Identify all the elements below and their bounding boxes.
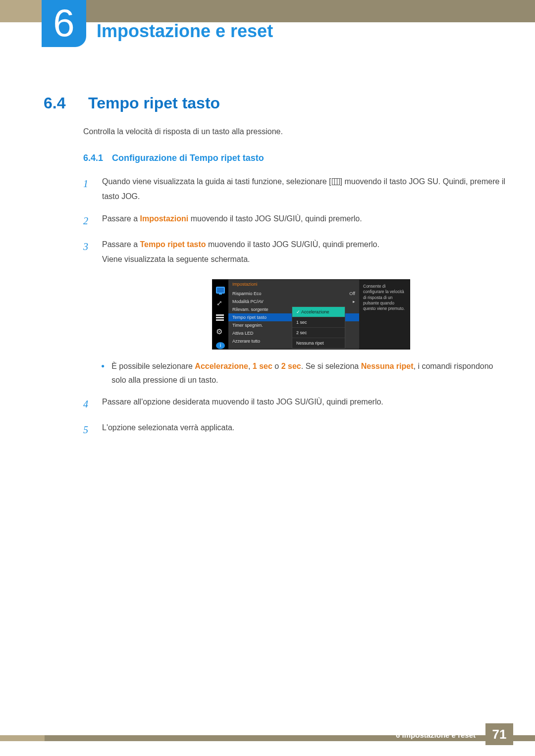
subsection-title: Configurazione di Tempo ripet tasto: [112, 153, 264, 163]
osd-item-label: Azzerare tutto: [232, 339, 260, 344]
step-text: Viene visualizzata la seguente schermata…: [102, 252, 505, 267]
osd-main-column: Impostazioni Risparmio EcoOff Modalità P…: [228, 280, 359, 349]
step-text: muovendo il tasto JOG SU/GIÙ, quindi pre…: [206, 240, 379, 249]
list-icon: [216, 314, 225, 321]
text: ,: [248, 362, 253, 370]
step-text: muovendo il tasto JOG SU/GIÙ, quindi pre…: [188, 214, 362, 223]
chapter-number-tab: 6: [42, 0, 86, 47]
highlight-term: Tempo ripet tasto: [140, 240, 206, 249]
osd-item-label: Attiva LED: [232, 331, 254, 336]
highlight-term: Accelerazione: [195, 362, 248, 370]
step-text: Passare a: [102, 214, 140, 223]
step-text: Passare a: [102, 240, 140, 249]
text: o: [272, 362, 281, 370]
highlight-term: 2 sec: [281, 362, 301, 370]
osd-screenshot: Impostazioni Risparmio EcoOff Modalità P…: [212, 279, 505, 350]
bullet-text: È possibile selezionare Accelerazione, 1…: [111, 359, 505, 388]
step-body: Passare a Tempo ripet tasto muovendo il …: [102, 237, 505, 267]
monitor-icon: [216, 287, 225, 294]
step-text: Quando viene visualizzata la guida ai ta…: [102, 177, 331, 186]
step-number: 5: [83, 420, 93, 439]
osd-submenu-item: Nessuna ripet: [292, 338, 345, 348]
highlight-term: Impostazioni: [140, 214, 188, 223]
osd-submenu-item-selected: Accelerazione: [292, 307, 345, 317]
header-bar-accent: [0, 0, 45, 22]
steps-list: 1 Quando viene visualizzata la guida ai …: [83, 174, 505, 439]
step-number: 4: [83, 395, 93, 413]
bullet-icon: ●: [101, 359, 105, 388]
osd-submenu-item: 2 sec: [292, 327, 345, 338]
text: . Se si seleziona: [301, 362, 361, 370]
section-intro: Controlla la velocità di risposta di un …: [83, 127, 505, 136]
section-heading: 6.4 Tempo ripet tasto: [44, 94, 505, 112]
gear-icon: [216, 328, 225, 335]
step-body: Passare a Impostazioni muovendo il tasto…: [102, 211, 505, 230]
highlight-term: Nessuna ripet: [361, 362, 414, 370]
page-footer: 6 Impostazione e reset 71: [0, 734, 535, 756]
chapter-title: Impostazione e reset: [97, 21, 273, 42]
step-body: L'opzione selezionata verrà applicata.: [102, 420, 505, 439]
subsection-heading: 6.4.1 Configurazione di Tempo ripet tast…: [83, 153, 505, 163]
highlight-term: 1 sec: [253, 362, 272, 370]
text: È possibile selezionare: [111, 362, 195, 370]
footer-chapter-label: 6 Impostazione e reset: [396, 731, 476, 739]
osd-item: Risparmio EcoOff: [228, 290, 359, 298]
arrows-icon: [216, 301, 225, 307]
footer-bar-accent: [0, 735, 45, 741]
info-icon: [216, 342, 225, 349]
osd-item: Modalità PC/AV▸: [228, 298, 359, 305]
osd-item-label: Timer spegnim.: [232, 323, 263, 328]
osd-header: Impostazioni: [228, 280, 359, 290]
osd-item-label: Risparmio Eco: [232, 291, 262, 296]
osd-icon-column: [213, 280, 228, 349]
section-number: 6.4: [44, 94, 74, 112]
bullet-note: ● È possibile selezionare Accelerazione,…: [101, 359, 505, 388]
step-4: 4 Passare all'opzione desiderata muovend…: [83, 395, 505, 413]
step-number: 3: [83, 237, 93, 267]
osd-item-label: Rilevam. sorgente: [232, 307, 268, 312]
osd-item-value: ▸: [353, 299, 355, 304]
osd-submenu-item: 1 sec: [292, 317, 345, 327]
page-content: 6.4 Tempo ripet tasto Controlla la veloc…: [44, 94, 505, 446]
subsection-number: 6.4.1: [83, 153, 103, 163]
step-5: 5 L'opzione selezionata verrà applicata.: [83, 420, 505, 439]
menu-icon: [332, 178, 340, 185]
osd-panel: Impostazioni Risparmio EcoOff Modalità P…: [212, 279, 410, 350]
step-number: 2: [83, 211, 93, 230]
step-3: 3 Passare a Tempo ripet tasto muovendo i…: [83, 237, 505, 267]
section-title: Tempo ripet tasto: [88, 94, 220, 112]
step-1: 1 Quando viene visualizzata la guida ai …: [83, 174, 505, 204]
osd-item-label: Modalità PC/AV: [232, 299, 264, 304]
step-body: Quando viene visualizzata la guida ai ta…: [102, 174, 505, 204]
osd-item-value: Off: [349, 291, 355, 296]
page-number: 71: [485, 723, 513, 745]
step-body: Passare all'opzione desiderata muovendo …: [102, 395, 505, 413]
step-number: 1: [83, 174, 93, 204]
osd-item-label: Tempo ripet tasto: [232, 315, 267, 320]
osd-description: Consente di configurare la velocità di r…: [359, 280, 410, 349]
step-2: 2 Passare a Impostazioni muovendo il tas…: [83, 211, 505, 230]
osd-submenu: Accelerazione 1 sec 2 sec Nessuna ripet: [292, 306, 345, 349]
